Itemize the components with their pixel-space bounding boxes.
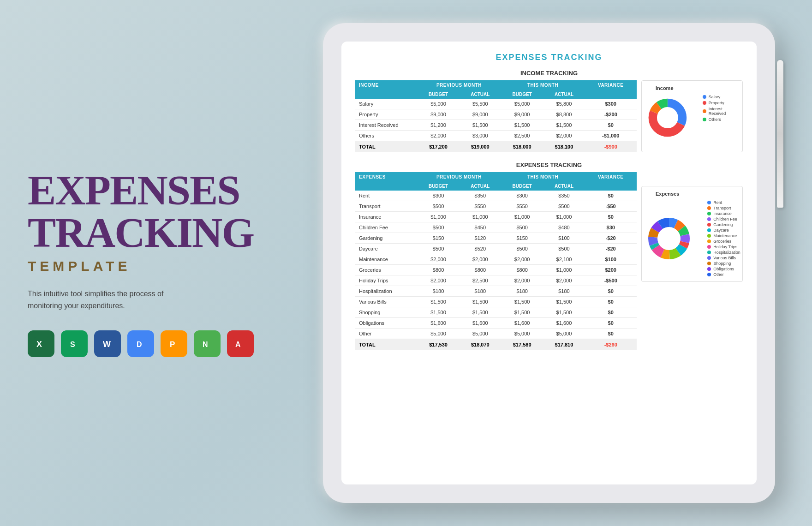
income-total-row: TOTAL$17,200$19,000$18,000$18,100-$900 — [355, 141, 637, 153]
tablet-body: EXPENSES TRACKING INCOME TRACKING INCOME… — [323, 23, 775, 503]
income-this-actual: ACTUAL — [543, 90, 585, 99]
expenses-prev-budget: BUDGET — [417, 182, 460, 191]
svg-text:A: A — [235, 341, 241, 348]
expenses-table-row: Various Bills$1,500$1,500$1,500$1,500$0 — [355, 297, 637, 307]
svg-text:S: S — [70, 341, 75, 348]
pdf-icon[interactable]: A — [227, 330, 254, 357]
excel-icon[interactable]: X — [28, 330, 54, 357]
income-chart: Income Salary Pro — [641, 80, 743, 152]
income-variance-header: VARIANCE — [585, 80, 637, 90]
expenses-table-row: Holiday Trips$2,000$2,500$2,000$2,000-$5… — [355, 275, 637, 286]
income-table: INCOME PREVIOUS MONTH THIS MONTH VARIANC… — [355, 80, 637, 152]
expenses-col-label: EXPENSES — [355, 172, 417, 182]
income-this-budget: BUDGET — [501, 90, 543, 99]
expenses-variance-header: VARIANCE — [585, 172, 637, 182]
expenses-table: EXPENSES PREVIOUS MONTH THIS MONTH VARIA… — [355, 172, 637, 350]
svg-text:N: N — [203, 341, 208, 348]
title-line2: TRACKING — [28, 211, 295, 254]
expenses-donut-chart — [644, 213, 694, 264]
expenses-table-row: Other$5,000$5,000$5,000$5,000$0 — [355, 329, 637, 339]
svg-text:X: X — [36, 340, 42, 349]
income-table-body: Salary$5,000$5,500$5,000$5,800$300Proper… — [355, 99, 637, 152]
svg-text:P: P — [170, 340, 175, 349]
income-header-row1: INCOME PREVIOUS MONTH THIS MONTH VARIANC… — [355, 80, 637, 90]
svg-text:D: D — [137, 341, 142, 348]
expenses-header-row1: EXPENSES PREVIOUS MONTH THIS MONTH VARIA… — [355, 172, 637, 182]
expenses-chart-title: Expenses — [656, 191, 679, 197]
expenses-total-row: TOTAL$17,530$18,070$17,580$17,810-$260 — [355, 339, 637, 351]
expenses-table-row: Groceries$800$800$800$1,000$200 — [355, 265, 637, 275]
left-panel: EXPENSES TRACKING TEMPLATE This intuitiv… — [28, 169, 295, 357]
expenses-chart: Expenses — [641, 186, 743, 282]
expenses-table-body: Rent$300$350$300$350$0Transport$500$550$… — [355, 191, 637, 350]
main-title: EXPENSES TRACKING — [28, 169, 295, 254]
expenses-this-actual: ACTUAL — [543, 182, 585, 191]
app-icons-row: X S W D P N A — [28, 330, 295, 357]
expenses-table-row: Insurance$1,000$1,000$1,000$1,000$0 — [355, 212, 637, 222]
income-section-title: INCOME TRACKING — [355, 70, 743, 77]
expenses-header-row2: BUDGET ACTUAL BUDGET ACTUAL — [355, 182, 637, 191]
expenses-table-row: Hospitalization$180$180$180$180$0 — [355, 286, 637, 297]
expenses-table-row: Daycare$500$520$500$500-$20 — [355, 244, 637, 254]
expenses-section: EXPENSES PREVIOUS MONTH THIS MONTH VARIA… — [355, 172, 743, 350]
income-section: INCOME PREVIOUS MONTH THIS MONTH VARIANC… — [355, 80, 743, 152]
expenses-section-title: EXPENSES TRACKING — [355, 161, 743, 168]
word-icon[interactable]: W — [94, 330, 121, 357]
svg-text:W: W — [103, 340, 111, 349]
svg-point-33 — [659, 228, 679, 249]
expenses-table-row: Shopping$1,500$1,500$1,500$1,500$0 — [355, 307, 637, 318]
income-table-row: Salary$5,000$5,500$5,000$5,800$300 — [355, 99, 637, 109]
description: This intuitive tool simplifies the proce… — [28, 288, 198, 311]
income-chart-title: Income — [656, 85, 674, 91]
expenses-table-row: Children Fee$500$450$500$480$30 — [355, 222, 637, 233]
svg-point-18 — [659, 109, 676, 126]
income-this-month-header: THIS MONTH — [501, 80, 585, 90]
income-table-row: Interest Received$1,200$1,500$1,500$1,50… — [355, 120, 637, 131]
income-legend: Salary Property Interest Received Others — [703, 95, 738, 122]
pages-icon[interactable]: P — [161, 330, 187, 357]
income-table-row: Property$9,000$9,000$9,000$8,800-$200 — [355, 109, 637, 120]
expenses-this-budget: BUDGET — [501, 182, 543, 191]
tablet-wrapper: EXPENSES TRACKING INCOME TRACKING INCOME… — [314, 18, 784, 508]
google-sheets-icon[interactable]: S — [61, 330, 88, 357]
tablet-screen[interactable]: EXPENSES TRACKING INCOME TRACKING INCOME… — [341, 42, 757, 484]
expenses-table-row: Transport$500$550$550$500-$50 — [355, 201, 637, 212]
expenses-table-row: Gardening$150$120$150$100-$20 — [355, 233, 637, 244]
income-table-part: INCOME PREVIOUS MONTH THIS MONTH VARIANC… — [355, 80, 637, 152]
expenses-table-part: EXPENSES PREVIOUS MONTH THIS MONTH VARIA… — [355, 172, 637, 350]
expenses-table-row: Maintenance$2,000$2,000$2,000$2,100$100 — [355, 254, 637, 265]
income-header-row2: BUDGET ACTUAL BUDGET ACTUAL — [355, 90, 637, 99]
expenses-prev-month-header: PREVIOUS MONTH — [417, 172, 501, 182]
subtitle: TEMPLATE — [28, 258, 295, 274]
expenses-table-row: Rent$300$350$300$350$0 — [355, 191, 637, 201]
income-prev-budget: BUDGET — [417, 90, 460, 99]
income-col-label: INCOME — [355, 80, 417, 90]
income-prev-actual: ACTUAL — [460, 90, 501, 99]
stylus — [777, 60, 783, 208]
expenses-legend: Rent Transport Insurance Children Fee Ga… — [707, 200, 740, 277]
expenses-prev-actual: ACTUAL — [460, 182, 501, 191]
expenses-this-month-header: THIS MONTH — [501, 172, 585, 182]
income-table-row: Others$2,000$3,000$2,500$2,000-$1,000 — [355, 131, 637, 141]
numbers-icon[interactable]: N — [194, 330, 221, 357]
title-line1: EXPENSES — [28, 169, 295, 211]
income-prev-month-header: PREVIOUS MONTH — [417, 80, 501, 90]
expenses-table-row: Obligations$1,600$1,600$1,600$1,600$0 — [355, 318, 637, 329]
income-donut-chart — [646, 95, 689, 141]
sheet-main-title: EXPENSES TRACKING — [355, 53, 743, 62]
google-docs-icon[interactable]: D — [127, 330, 154, 357]
